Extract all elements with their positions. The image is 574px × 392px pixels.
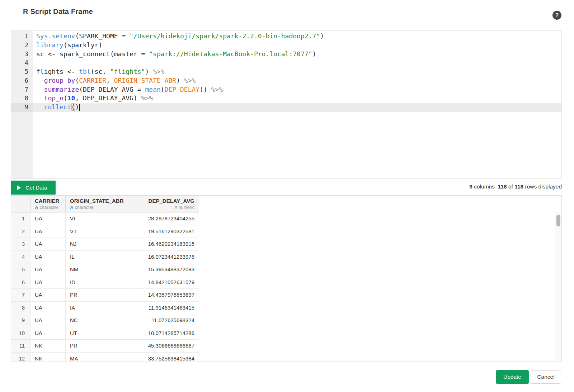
cell-origin-state-abr: IL [66,251,132,264]
cell-carrier: UA [30,327,66,340]
cell-origin-state-abr: NM [66,263,132,276]
column-name: DEP_DELAY_AVG [136,197,194,205]
column-header-origin-state-abr[interactable]: ORIGIN_STATE_ABR Acharacter [66,196,132,212]
editor-code-area[interactable]: Sys.setenv(SPARK_HOME = "/Users/hidekoji… [33,31,561,178]
row-column-status: 3 columns 118 of 118 rows displayed [469,183,562,190]
cell-origin-state-abr: PR [66,340,132,353]
row-number: 11 [11,340,30,353]
table-row[interactable]: 2UAVT19.5161290322581 [11,225,199,238]
column-name: CARRIER [35,197,61,205]
table-row[interactable]: 11NKPR45.3066666666667 [11,340,199,353]
play-icon [17,185,21,190]
column-name: ORIGIN_STATE_ABR [70,197,127,205]
text-cursor [79,104,80,111]
column-type: Acharacter [35,205,61,210]
table-row[interactable]: 6UAID14.8421052631579 [11,276,199,289]
table-row[interactable]: 1UAVI28.2978723404255 [11,212,199,225]
column-type: Acharacter [70,205,127,210]
cell-carrier: UA [30,314,66,327]
cell-origin-state-abr: PR [66,289,132,302]
code-line: library(sparklyr) [33,41,561,50]
row-number: 1 [11,212,30,225]
code-line: summarize(DEP_DELAY_AVG = mean(DEP_DELAY… [33,85,561,94]
table-row[interactable]: 10UAUT10.0714285714286 [11,327,199,340]
cell-dep-delay-avg: 45.3066666666667 [132,340,199,353]
cell-dep-delay-avg: 10.0714285714286 [132,327,199,340]
column-header-dep-delay-avg[interactable]: DEP_DELAY_AVG #numeric [132,196,199,212]
cell-carrier: UA [30,212,66,225]
get-data-button[interactable]: Get Data [11,181,56,195]
code-line: group_by(CARRIER, ORIGIN_STATE_ABR) %>% [33,76,561,85]
table-header-row: CARRIER Acharacter ORIGIN_STATE_ABR Acha… [11,196,199,212]
cancel-button[interactable]: Cancel [531,370,561,384]
column-type-label: character [75,205,93,210]
cell-carrier: UA [30,276,66,289]
cell-dep-delay-avg: 14.4357976653697 [132,289,199,302]
cell-carrier: UA [30,251,66,264]
line-number: 6 [11,76,33,85]
get-data-label: Get Data [25,185,47,191]
code-line: collect() [33,103,561,112]
code-line [33,58,561,67]
code-line: top_n(10, DEP_DELAY_AVG) %>% [33,94,561,103]
table-row[interactable]: 8UAIA11.9146341463415 [11,302,199,315]
cell-carrier: UA [30,225,66,238]
table-row[interactable]: 9UANC11.072625698324 [11,314,199,327]
cell-carrier: UA [30,302,66,315]
row-number-header [11,196,30,212]
cell-origin-state-abr: VT [66,225,132,238]
cell-carrier: UA [30,263,66,276]
cell-dep-delay-avg: 15.3953488372093 [132,263,199,276]
cell-origin-state-abr: IA [66,302,132,315]
cell-carrier: NK [30,340,66,353]
cell-origin-state-abr: UT [66,327,132,340]
line-number: 1 [11,32,33,41]
table-row[interactable]: 5UANM15.3953488372093 [11,263,199,276]
line-number: 9 [11,103,33,112]
code-line: Sys.setenv(SPARK_HOME = "/Users/hidekoji… [33,32,561,41]
column-header-carrier[interactable]: CARRIER Acharacter [30,196,66,212]
row-number: 12 [11,353,30,362]
column-type-label: numeric [179,205,194,210]
r-script-data-frame-dialog: R Script Data Frame ? 123456789 Sys.sete… [0,0,574,392]
line-number: 3 [11,50,33,59]
cell-origin-state-abr: ID [66,276,132,289]
table-row[interactable]: 3UANJ16.4620234163915 [11,238,199,251]
cell-origin-state-abr: MA [66,353,132,362]
table-body: 1UAVI28.29787234042552UAVT19.51612903225… [11,212,199,362]
page-title: R Script Data Frame [23,8,93,16]
table-row[interactable]: 4UAIL16.0723441233978 [11,251,199,264]
code-line: sc <- spark_connect(master = "spark://Hi… [33,50,561,59]
data-table: CARRIER Acharacter ORIGIN_STATE_ABR Acha… [11,195,562,362]
scrollbar-thumb[interactable] [556,215,560,226]
cell-dep-delay-avg: 33.7525638415384 [132,353,199,362]
row-number: 7 [11,289,30,302]
cell-carrier: UA [30,238,66,251]
numeric-type-icon: # [174,205,177,210]
line-number: 4 [11,58,33,67]
table-row[interactable]: 12NKMA33.7525638415384 [11,353,199,362]
line-number: 7 [11,85,33,94]
cell-dep-delay-avg: 19.5161290322581 [132,225,199,238]
row-number: 2 [11,225,30,238]
cell-origin-state-abr: VI [66,212,132,225]
character-type-icon: A [70,205,73,210]
cell-carrier: UA [30,289,66,302]
row-number: 4 [11,251,30,264]
cell-carrier: NK [30,353,66,362]
update-button[interactable]: Update [496,370,529,384]
editor-gutter: 123456789 [11,31,33,178]
line-number: 2 [11,41,33,50]
row-number: 3 [11,238,30,251]
code-editor[interactable]: 123456789 Sys.setenv(SPARK_HOME = "/User… [11,30,562,179]
row-number: 9 [11,314,30,327]
line-number: 5 [11,67,33,76]
table-scrollbar[interactable] [555,212,561,362]
row-number: 8 [11,302,30,315]
line-number: 8 [11,94,33,103]
cell-dep-delay-avg: 14.8421052631579 [132,276,199,289]
dialog-header: R Script Data Frame ? [0,0,574,24]
table-row[interactable]: 7UAPR14.4357976653697 [11,289,199,302]
cell-origin-state-abr: NJ [66,238,132,251]
help-icon[interactable]: ? [552,11,561,20]
